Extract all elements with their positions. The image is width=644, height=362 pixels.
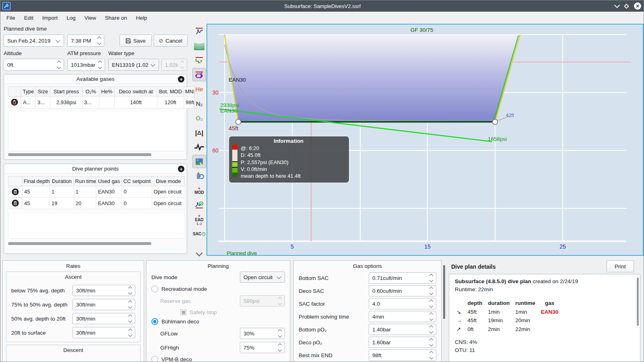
planner-handle-start[interactable]	[236, 119, 241, 125]
points-col-depth[interactable]: Final depth	[23, 177, 50, 186]
spin-arrows[interactable]	[129, 287, 132, 294]
spin-arrows[interactable]	[430, 352, 433, 359]
gases-hscrollbar[interactable]	[8, 153, 151, 156]
deco-po2-spinbox[interactable]: 1.60bar	[369, 337, 436, 348]
points-hscrollbar[interactable]	[8, 242, 151, 245]
dive-time-spinbox[interactable]: 7:38 PM	[67, 35, 104, 47]
spin-arrows[interactable]	[430, 274, 433, 282]
ruler-icon[interactable]	[192, 126, 206, 139]
problem-solving-time-spinbox[interactable]: 4min	[369, 311, 436, 322]
points-col-runtime[interactable]: Run time	[74, 177, 96, 186]
gases-col-type[interactable]: Type	[21, 87, 36, 97]
point-depth[interactable]: 45	[23, 186, 50, 198]
water-type-combo[interactable]: EN13319 (1.02k	[108, 59, 159, 71]
gases-col-he[interactable]: He%	[99, 87, 115, 97]
planner-handle-end[interactable]	[493, 119, 498, 125]
spin-arrows[interactable]	[129, 315, 132, 322]
gas-he[interactable]	[99, 97, 115, 109]
heart-rate-icon[interactable]	[192, 140, 206, 154]
point-duration[interactable]: 19	[50, 197, 74, 209]
rate-spinbox-2[interactable]: 30ft/min	[72, 313, 135, 324]
buhlmann-deco-radio[interactable]	[151, 318, 158, 325]
point-duration[interactable]: 1	[50, 186, 74, 198]
gas-type[interactable]: A...	[21, 97, 36, 109]
spin-arrows[interactable]	[430, 339, 433, 346]
points-col-mode[interactable]: Dive mode	[152, 177, 185, 186]
shallow-water-icon[interactable]	[192, 39, 206, 52]
gases-col-deco-switch[interactable]: Deco switch at	[115, 87, 157, 97]
point-setpoint[interactable]: 0	[122, 186, 152, 198]
menu-share-on[interactable]: Share on	[101, 13, 132, 23]
gflow-spinbox[interactable]: 30%	[240, 328, 285, 339]
spin-arrows[interactable]	[58, 61, 60, 68]
vpmb-deco-radio[interactable]	[151, 356, 158, 362]
recreational-mode-radio[interactable]	[151, 286, 158, 292]
dive-profile-chart[interactable]: GF 30/75 30 60 5 15 25 EAN30 2938psi EAN…	[206, 24, 644, 256]
gases-col-start-press[interactable]: Start press	[50, 87, 83, 97]
spin-arrows[interactable]	[430, 313, 433, 320]
spin-arrows[interactable]	[129, 301, 132, 308]
gases-col-bot-mod[interactable]: Bot. MOD	[157, 87, 184, 97]
point-gas[interactable]: EAN30	[96, 186, 122, 198]
maximize-icon[interactable]	[625, 4, 628, 8]
toolbar-scroll-down-icon[interactable]	[192, 247, 206, 261]
gas-size[interactable]: 3...	[36, 97, 50, 109]
point-mode[interactable]: Open circuit	[152, 186, 185, 198]
mod-toggle-icon[interactable]: +MOD	[192, 184, 206, 197]
he-graph-icon[interactable]: He	[192, 82, 206, 96]
menu-view[interactable]: View	[80, 13, 101, 23]
ead-toggle-icon[interactable]: +EAD(...)	[192, 213, 206, 226]
gas-bot-mod[interactable]: 120ft	[157, 97, 184, 109]
point-runtime[interactable]: 20	[74, 197, 96, 209]
delete-point-icon[interactable]	[8, 186, 23, 197]
dive-date-combo[interactable]: Sun Feb 24, 2019	[4, 35, 64, 47]
gas-start-press[interactable]: 2,938psi	[50, 97, 83, 109]
plan-details-vscrollbar[interactable]	[637, 278, 639, 326]
menu-import[interactable]: Import	[38, 13, 62, 23]
delete-gas-icon[interactable]	[8, 97, 21, 108]
cancel-button[interactable]: Cancel	[154, 35, 188, 47]
menu-help[interactable]: Help	[132, 13, 152, 23]
point-depth[interactable]: 45	[23, 197, 50, 209]
add-gas-button[interactable]: +	[178, 76, 184, 82]
bottom-sac-spinbox[interactable]: 0.71cuft/min	[369, 272, 436, 284]
minimize-icon[interactable]	[615, 5, 619, 7]
close-icon[interactable]: ×	[634, 2, 641, 10]
spin-arrows[interactable]	[129, 329, 132, 336]
best-mix-end-spinbox[interactable]: 98ft	[369, 350, 436, 361]
dive-mode-combo[interactable]: Open circuit	[240, 272, 285, 283]
altitude-spinbox[interactable]: 0ft	[4, 59, 64, 71]
print-button[interactable]: Print	[607, 260, 634, 272]
point-runtime[interactable]: 1	[74, 186, 96, 198]
menu-log[interactable]: Log	[62, 13, 80, 23]
dive-mode-profile-icon[interactable]	[192, 25, 206, 38]
spin-arrows[interactable]	[279, 344, 281, 351]
rate-spinbox-3[interactable]: 30ft/min	[72, 327, 135, 338]
delete-point-icon[interactable]	[8, 197, 23, 209]
save-button[interactable]: Save	[120, 35, 152, 47]
ndl-toggle-icon[interactable]	[192, 198, 206, 212]
points-col-gas[interactable]: Used gas	[96, 177, 122, 186]
gases-col-size[interactable]: Size	[36, 87, 50, 97]
o2-graph-icon[interactable]: O₂	[192, 111, 206, 125]
rate-spinbox-0[interactable]: 30ft/min	[72, 285, 135, 296]
point-gas[interactable]: EAN30	[96, 197, 122, 209]
spin-arrows[interactable]	[99, 61, 101, 68]
bottom-po2-spinbox[interactable]: 1.40bar	[369, 324, 436, 335]
spin-arrows[interactable]	[279, 330, 281, 337]
spin-arrows[interactable]	[98, 37, 101, 44]
gases-col-o2[interactable]: O₂%	[83, 87, 99, 97]
points-col-duration[interactable]: Duration	[50, 177, 74, 186]
gas-o2[interactable]: 3...	[83, 97, 99, 109]
tank-bar-toggle-icon[interactable]	[192, 68, 206, 81]
sac-factor-spinbox[interactable]: 4.0	[369, 298, 436, 309]
gfhigh-spinbox[interactable]: 75%	[240, 342, 285, 353]
point-mode[interactable]: Open circuit	[152, 197, 185, 209]
points-col-setpoint[interactable]: CC setpoint	[122, 177, 152, 186]
rate-spinbox-1[interactable]: 30ft/min	[72, 299, 135, 310]
spin-arrows[interactable]	[430, 300, 433, 307]
spin-arrows[interactable]	[430, 326, 433, 333]
gas-change-icon[interactable]	[192, 169, 206, 183]
menu-file[interactable]: File	[2, 13, 20, 23]
spin-arrows[interactable]	[430, 287, 433, 294]
